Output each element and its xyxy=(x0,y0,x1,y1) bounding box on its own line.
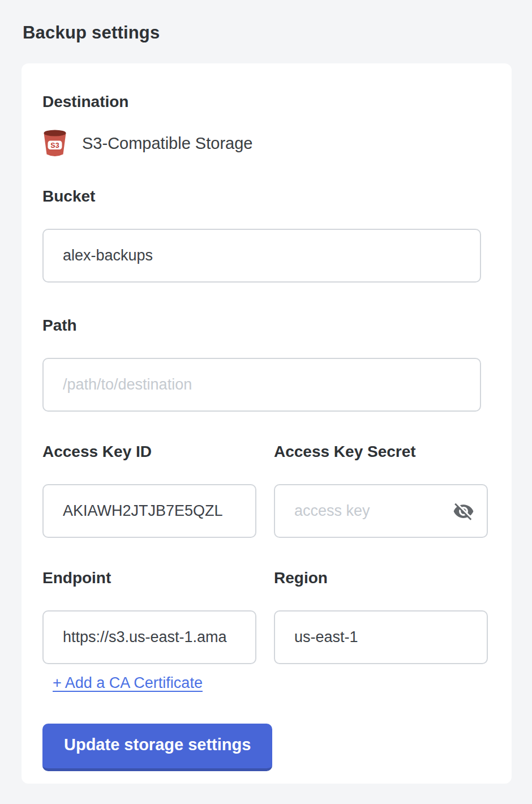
access-key-id-label: Access Key ID xyxy=(42,443,256,461)
endpoint-label: Endpoint xyxy=(42,569,256,587)
eye-off-icon xyxy=(453,501,474,522)
region-input[interactable] xyxy=(274,610,488,664)
s3-bucket-icon: S3 xyxy=(42,129,67,157)
page-title: Backup settings xyxy=(23,23,512,43)
destination-row: S3 S3-Compatible Storage xyxy=(42,127,482,159)
destination-label: Destination xyxy=(42,92,482,112)
bucket-label: Bucket xyxy=(42,187,482,206)
region-field-group: Region xyxy=(274,569,488,664)
path-field-group: Path xyxy=(42,317,482,412)
access-key-row: Access Key ID Access Key Secret xyxy=(42,443,482,538)
path-input[interactable] xyxy=(42,358,481,412)
access-key-secret-input-wrap xyxy=(274,484,488,538)
access-key-id-field-group: Access Key ID xyxy=(42,443,256,538)
add-ca-certificate-link[interactable]: + Add a CA Certificate xyxy=(53,674,203,692)
backup-settings-page: Backup settings Destination S3 S3-Compat… xyxy=(0,0,532,804)
region-label: Region xyxy=(274,569,488,587)
access-key-secret-field-group: Access Key Secret xyxy=(274,443,488,538)
access-key-secret-label: Access Key Secret xyxy=(274,443,488,461)
bucket-field-group: Bucket xyxy=(42,187,482,283)
endpoint-field-group: Endpoint xyxy=(42,569,256,664)
path-label: Path xyxy=(42,317,482,335)
destination-value: S3-Compatible Storage xyxy=(82,134,252,153)
endpoint-region-row: Endpoint Region xyxy=(42,569,482,664)
update-storage-settings-button[interactable]: Update storage settings xyxy=(42,724,272,771)
backup-settings-card: Destination S3 S3-Compatible Storage Buc… xyxy=(22,63,512,784)
bucket-input[interactable] xyxy=(42,229,481,283)
endpoint-input[interactable] xyxy=(42,610,256,664)
access-key-id-input[interactable] xyxy=(42,484,256,538)
toggle-secret-visibility-button[interactable] xyxy=(453,501,474,522)
svg-text:S3: S3 xyxy=(50,142,59,149)
